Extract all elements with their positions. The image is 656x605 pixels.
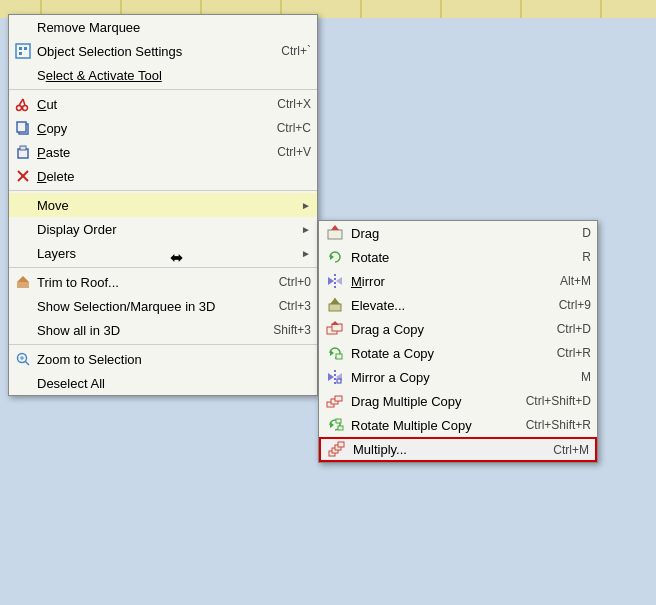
mirror-copy-item[interactable]: Mirror a Copy M <box>319 365 597 389</box>
deselect-all-item[interactable]: Deselect All <box>9 371 317 395</box>
svg-rect-9 <box>17 122 26 132</box>
svg-rect-2 <box>24 47 27 50</box>
elevate-shortcut: Ctrl+9 <box>559 298 591 312</box>
deselect-all-label: Deselect All <box>37 376 311 391</box>
rotate-shortcut: R <box>582 250 591 264</box>
svg-point-5 <box>23 106 28 111</box>
svg-marker-25 <box>336 277 342 285</box>
elevate-icon <box>324 296 346 314</box>
svg-rect-30 <box>332 324 342 331</box>
svg-rect-1 <box>19 47 22 50</box>
mirror-copy-label: Mirror a Copy <box>351 370 561 385</box>
delete-label: Delete <box>37 169 311 184</box>
show-selection-3d-label: Show Selection/Marquee in 3D <box>37 299 259 314</box>
remove-marquee-item[interactable]: Remove Marquee <box>9 15 317 39</box>
svg-marker-22 <box>330 254 334 260</box>
multiply-label: Multiply... <box>353 442 533 457</box>
trim-to-roof-item[interactable]: Trim to Roof... Ctrl+0 <box>9 270 317 294</box>
separator-1 <box>9 89 317 90</box>
drag-multiple-copy-shortcut: Ctrl+Shift+D <box>526 394 591 408</box>
drag-copy-icon <box>324 320 346 338</box>
object-selection-label: Object Selection Settings <box>37 44 261 59</box>
svg-rect-47 <box>338 442 344 447</box>
drag-icon <box>324 224 346 242</box>
rotate-multiple-copy-icon <box>324 416 346 434</box>
trim-to-roof-label: Trim to Roof... <box>37 275 259 290</box>
svg-rect-40 <box>335 396 342 401</box>
show-selection-3d-shortcut: Ctrl+3 <box>279 299 311 313</box>
elevate-item[interactable]: Elevate... Ctrl+9 <box>319 293 597 317</box>
trim-to-roof-icon <box>13 274 33 290</box>
select-activate-item[interactable]: Select & Activate Tool <box>9 63 317 87</box>
paste-icon <box>13 144 33 160</box>
paste-label: Paste <box>37 145 257 160</box>
trim-to-roof-shortcut: Ctrl+0 <box>279 275 311 289</box>
mirror-item[interactable]: Mirror Alt+M <box>319 269 597 293</box>
svg-marker-21 <box>331 225 339 230</box>
cut-label: Cut <box>37 97 257 112</box>
display-order-arrow-icon: ► <box>301 224 311 235</box>
drag-multiple-copy-label: Drag Multiple Copy <box>351 394 506 409</box>
multiply-shortcut: Ctrl+M <box>553 443 589 457</box>
rotate-item[interactable]: Rotate R <box>319 245 597 269</box>
svg-marker-35 <box>328 373 334 381</box>
drag-shortcut: D <box>582 226 591 240</box>
svg-rect-37 <box>337 379 341 383</box>
copy-shortcut: Ctrl+C <box>277 121 311 135</box>
svg-line-7 <box>23 99 25 106</box>
move-item[interactable]: Move ► <box>9 193 317 217</box>
delete-item[interactable]: Delete <box>9 164 317 188</box>
show-all-3d-item[interactable]: Show all in 3D Shift+3 <box>9 318 317 342</box>
display-order-label: Display Order <box>37 222 297 237</box>
svg-line-17 <box>26 362 30 366</box>
layers-arrow-icon: ► <box>301 248 311 259</box>
separator-4 <box>9 344 317 345</box>
svg-rect-11 <box>20 146 26 150</box>
elevate-label: Elevate... <box>351 298 539 313</box>
rotate-multiple-copy-shortcut: Ctrl+Shift+R <box>526 418 591 432</box>
separator-3 <box>9 267 317 268</box>
svg-rect-20 <box>328 230 342 239</box>
remove-marquee-label: Remove Marquee <box>37 20 311 35</box>
drag-multiple-copy-item[interactable]: Drag Multiple Copy Ctrl+Shift+D <box>319 389 597 413</box>
drag-copy-shortcut: Ctrl+D <box>557 322 591 336</box>
show-selection-3d-item[interactable]: Show Selection/Marquee in 3D Ctrl+3 <box>9 294 317 318</box>
paste-shortcut: Ctrl+V <box>277 145 311 159</box>
object-selection-shortcut: Ctrl+` <box>281 44 311 58</box>
drag-copy-item[interactable]: Drag a Copy Ctrl+D <box>319 317 597 341</box>
drag-label: Drag <box>351 226 562 241</box>
svg-rect-14 <box>17 282 29 288</box>
svg-rect-33 <box>336 354 342 359</box>
svg-marker-41 <box>330 422 334 428</box>
svg-marker-15 <box>17 276 29 282</box>
svg-rect-43 <box>338 426 343 430</box>
svg-marker-24 <box>328 277 334 285</box>
object-selection-item[interactable]: Object Selection Settings Ctrl+` <box>9 39 317 63</box>
rotate-multiple-copy-label: Rotate Multiple Copy <box>351 418 506 433</box>
rotate-label: Rotate <box>351 250 562 265</box>
display-order-item[interactable]: Display Order ► <box>9 217 317 241</box>
svg-rect-0 <box>16 44 30 58</box>
svg-rect-26 <box>329 304 341 311</box>
move-submenu: Drag D Rotate R Mirror Alt+M <box>318 220 598 463</box>
context-menu: Remove Marquee Object Selection Settings… <box>8 14 318 396</box>
cut-icon <box>13 96 33 112</box>
svg-rect-3 <box>19 52 22 55</box>
layers-label: Layers <box>37 246 297 261</box>
cut-item[interactable]: Cut Ctrl+X <box>9 92 317 116</box>
copy-item[interactable]: Copy Ctrl+C <box>9 116 317 140</box>
rotate-multiple-copy-item[interactable]: Rotate Multiple Copy Ctrl+Shift+R <box>319 413 597 437</box>
show-all-3d-label: Show all in 3D <box>37 323 253 338</box>
mirror-shortcut: Alt+M <box>560 274 591 288</box>
layers-item[interactable]: Layers ► <box>9 241 317 265</box>
rotate-copy-item[interactable]: Rotate a Copy Ctrl+R <box>319 341 597 365</box>
paste-item[interactable]: Paste Ctrl+V <box>9 140 317 164</box>
multiply-item[interactable]: Multiply... Ctrl+M <box>319 437 597 462</box>
copy-label: Copy <box>37 121 257 136</box>
cut-shortcut: Ctrl+X <box>277 97 311 111</box>
zoom-selection-icon <box>13 351 33 367</box>
drag-item[interactable]: Drag D <box>319 221 597 245</box>
move-arrow-icon: ► <box>301 200 311 211</box>
multiply-icon <box>326 441 348 459</box>
zoom-selection-item[interactable]: Zoom to Selection <box>9 347 317 371</box>
